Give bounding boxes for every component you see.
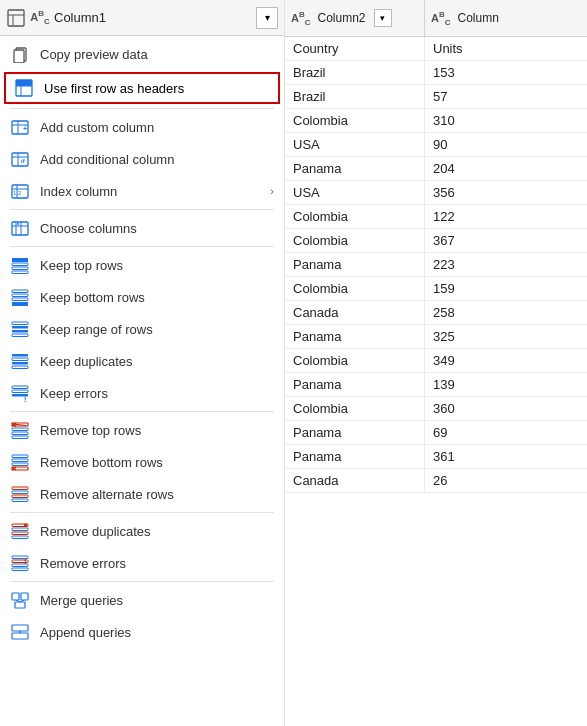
data-header-row: ABC Column2 ▾ ABC Column <box>285 0 587 37</box>
svg-rect-39 <box>12 362 28 365</box>
col2-label: Column2 <box>318 11 366 25</box>
menu-item-keep-range-rows[interactable]: Keep range of rows <box>0 313 284 345</box>
merge-queries-label: Merge queries <box>40 593 274 608</box>
col2-filter-btn[interactable]: ▾ <box>374 9 392 27</box>
index-col-icon: 1,2 <box>10 181 30 201</box>
svg-rect-47 <box>12 428 28 431</box>
cell-col2: USA <box>285 181 425 204</box>
svg-rect-13 <box>12 153 28 166</box>
svg-rect-75 <box>15 602 25 608</box>
cell-col3: 204 <box>425 157 587 180</box>
append-queries-label: Append queries <box>40 625 274 640</box>
cell-col3: 310 <box>425 109 587 132</box>
svg-rect-60 <box>12 495 28 498</box>
menu-item-append-queries[interactable]: Append queries <box>0 616 284 648</box>
cell-col3: Units <box>425 37 587 60</box>
menu-item-choose-columns[interactable]: Choose columns <box>0 212 284 244</box>
col3-label: Column <box>458 11 499 25</box>
svg-rect-37 <box>12 354 28 357</box>
copy-icon <box>10 44 30 64</box>
col1-type-icon: ABC <box>30 8 50 28</box>
remove-top-icon <box>10 420 30 440</box>
divider-1 <box>10 108 274 109</box>
svg-rect-65 <box>12 536 28 539</box>
cell-col2: Panama <box>285 373 425 396</box>
svg-rect-78 <box>12 625 28 631</box>
menu-item-add-conditional-column[interactable]: if Add conditional column <box>0 143 284 175</box>
data-panel: ABC Column2 ▾ ABC Column CountryUnitsBra… <box>285 0 587 726</box>
table-row: Panama204 <box>285 157 587 181</box>
cell-col3: 258 <box>425 301 587 324</box>
table-icon <box>6 8 26 28</box>
cell-col3: 325 <box>425 325 587 348</box>
cell-col3: 153 <box>425 61 587 84</box>
cell-col2: Panama <box>285 421 425 444</box>
cell-col3: 360 <box>425 397 587 420</box>
remove-dup-icon <box>10 521 30 541</box>
cell-col3: 361 <box>425 445 587 468</box>
menu-item-remove-bottom-rows[interactable]: Remove bottom rows <box>0 446 284 478</box>
remove-err-icon: ! <box>10 553 30 573</box>
svg-rect-73 <box>12 593 19 600</box>
svg-rect-35 <box>12 330 28 333</box>
svg-rect-30 <box>12 294 28 297</box>
svg-rect-58 <box>12 487 28 490</box>
menu-item-keep-top-rows[interactable]: Keep top rows <box>0 249 284 281</box>
cell-col2: Panama <box>285 157 425 180</box>
copy-preview-label: Copy preview data <box>40 47 274 62</box>
table-row: Brazil57 <box>285 85 587 109</box>
cell-col2: Panama <box>285 253 425 276</box>
cell-col3: 26 <box>425 469 587 492</box>
remove-bottom-rows-label: Remove bottom rows <box>40 455 274 470</box>
table-row: Brazil153 <box>285 61 587 85</box>
svg-rect-42 <box>12 390 28 393</box>
svg-rect-48 <box>12 432 28 435</box>
menu-item-keep-duplicates[interactable]: Keep duplicates <box>0 345 284 377</box>
svg-rect-25 <box>12 258 28 262</box>
cell-col2: Colombia <box>285 229 425 252</box>
menu-item-keep-bottom-rows[interactable]: Keep bottom rows <box>0 281 284 313</box>
menu-item-remove-alternate-rows[interactable]: Remove alternate rows <box>0 478 284 510</box>
svg-rect-26 <box>12 263 28 266</box>
menu-item-remove-errors[interactable]: ! Remove errors <box>0 547 284 579</box>
menu-item-copy-preview[interactable]: Copy preview data <box>0 38 284 70</box>
divider-3 <box>10 246 274 247</box>
index-column-label: Index column <box>40 184 260 199</box>
remove-top-rows-label: Remove top rows <box>40 423 274 438</box>
menu-item-add-custom-column[interactable]: + Add custom column <box>0 111 284 143</box>
cell-col3: 57 <box>425 85 587 108</box>
svg-rect-61 <box>12 499 28 502</box>
keep-dup-icon <box>10 351 30 371</box>
keep-top-icon <box>10 255 30 275</box>
menu-item-remove-duplicates[interactable]: Remove duplicates <box>0 515 284 547</box>
choose-col-icon <box>10 218 30 238</box>
add-conditional-col-icon: if <box>10 149 30 169</box>
svg-rect-36 <box>12 334 28 337</box>
svg-rect-71 <box>12 564 28 567</box>
remove-duplicates-label: Remove duplicates <box>40 524 274 539</box>
svg-rect-41 <box>12 386 28 389</box>
table-row: Panama139 <box>285 373 587 397</box>
svg-rect-0 <box>8 10 24 26</box>
cell-col2: USA <box>285 133 425 156</box>
remove-bottom-icon <box>10 452 30 472</box>
svg-rect-64 <box>12 532 28 535</box>
table-row: CountryUnits <box>285 37 587 61</box>
menu-item-index-column[interactable]: 1,2 Index column › <box>0 175 284 207</box>
cell-col2: Canada <box>285 469 425 492</box>
cell-col3: 159 <box>425 277 587 300</box>
cell-col3: 139 <box>425 373 587 396</box>
svg-rect-54 <box>12 463 28 466</box>
menu-item-remove-top-rows[interactable]: Remove top rows <box>0 414 284 446</box>
svg-rect-34 <box>12 326 28 329</box>
col1-filter-btn[interactable]: ▾ <box>256 7 278 29</box>
menu-item-keep-errors[interactable]: ! Keep errors <box>0 377 284 409</box>
merge-icon <box>10 590 30 610</box>
remove-errors-label: Remove errors <box>40 556 274 571</box>
cell-col2: Brazil <box>285 61 425 84</box>
menu-item-use-first-row[interactable]: Use first row as headers <box>4 72 280 104</box>
use-first-row-label: Use first row as headers <box>44 81 270 96</box>
svg-rect-38 <box>12 358 28 361</box>
menu-item-merge-queries[interactable]: Merge queries <box>0 584 284 616</box>
col2-header: ABC Column2 ▾ <box>285 0 425 36</box>
